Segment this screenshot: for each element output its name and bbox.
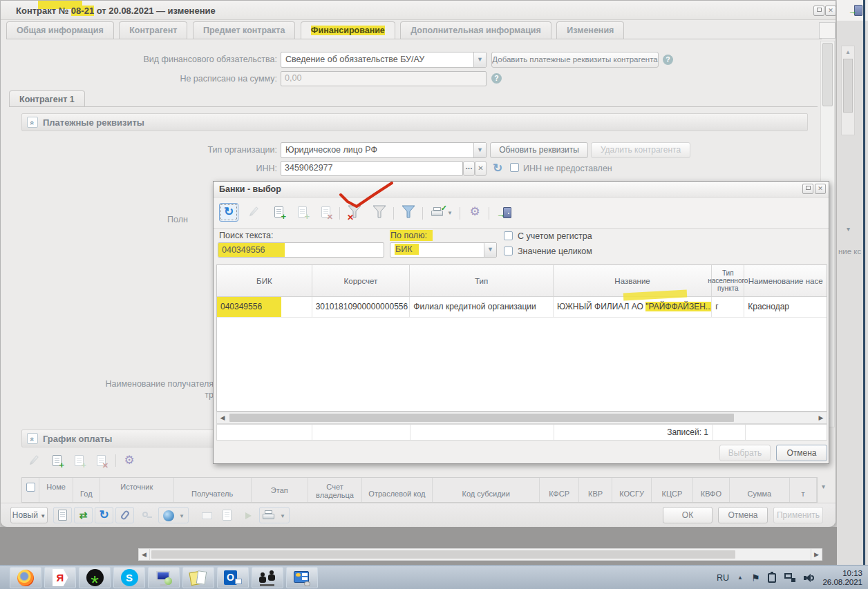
dialog-close-button[interactable]: ✕: [815, 184, 826, 194]
tab-additional[interactable]: Дополнительная информация: [400, 21, 551, 39]
tab-financing[interactable]: Финансирование: [301, 21, 395, 39]
new-button[interactable]: Новый ▼: [10, 507, 48, 523]
whole-value-checkbox[interactable]: [504, 247, 513, 255]
select-column[interactable]: [22, 478, 39, 502]
print-icon[interactable]: ▼: [259, 507, 290, 523]
copy-record-icon[interactable]: +: [70, 452, 89, 470]
hidden-icons-arrow[interactable]: ▲: [737, 574, 743, 581]
inn-lookup-button[interactable]: ...: [463, 161, 475, 176]
scroll-right-arrow[interactable]: ▶: [811, 549, 822, 560]
obligation-type-select[interactable]: Сведение об обязательстве БУ/АУ ▼: [281, 52, 487, 68]
inn-input[interactable]: 3459062977: [281, 161, 463, 176]
chevron-down-icon[interactable]: ▼: [484, 243, 496, 257]
attachment-icon[interactable]: [115, 507, 134, 523]
skype-icon[interactable]: S: [113, 567, 145, 588]
report-icon[interactable]: [218, 507, 236, 523]
action-center-flag-icon[interactable]: ⚑: [751, 572, 760, 583]
refresh-icon[interactable]: ↻: [95, 507, 113, 523]
delete-record-icon[interactable]: ✕: [92, 452, 111, 470]
tab-changes[interactable]: Изменения: [556, 21, 624, 39]
apply-button[interactable]: Применить: [773, 507, 823, 523]
tab-subject[interactable]: Предмет контракта: [193, 21, 295, 39]
refresh-icon[interactable]: ↻: [219, 203, 238, 222]
tab-contractor[interactable]: Контрагент: [119, 21, 187, 39]
language-indicator[interactable]: RU: [717, 573, 729, 583]
outlook-icon[interactable]: O: [217, 567, 249, 588]
bank-row[interactable]: 040349556 30101810900000000556 Филиал кр…: [217, 297, 827, 318]
notes-app-icon[interactable]: [182, 567, 214, 588]
scroll-left-arrow[interactable]: ◀: [217, 412, 228, 423]
dialog-maximize-button[interactable]: [802, 184, 813, 194]
conference-app-icon[interactable]: [252, 567, 283, 588]
help-icon[interactable]: ?: [663, 55, 673, 65]
scrollbar-thumb[interactable]: [822, 43, 833, 106]
column-settlement-type[interactable]: Тип населенного пункта: [712, 265, 744, 296]
edit-icon[interactable]: [26, 452, 45, 470]
add-requisites-button[interactable]: Добавить платежные реквизиты контрагента: [491, 52, 659, 68]
network-icon[interactable]: [784, 573, 795, 582]
inn-not-provided-checkbox[interactable]: [510, 163, 519, 172]
chevron-down-icon[interactable]: ▾: [847, 225, 850, 233]
column-bik[interactable]: БИК: [217, 265, 312, 296]
unallocated-input[interactable]: 0,00: [281, 71, 487, 86]
column-corr[interactable]: Коррсчет: [312, 265, 411, 296]
select-button[interactable]: Выбрать: [719, 445, 771, 461]
volume-icon[interactable]: [804, 573, 814, 583]
search-text-input[interactable]: 040349556: [218, 242, 384, 258]
case-sensitive-checkbox[interactable]: [504, 231, 513, 240]
scroll-right-arrow[interactable]: ▶: [815, 412, 827, 423]
update-requisites-button[interactable]: Обновить реквизиты: [490, 142, 588, 158]
exit-icon[interactable]: →: [494, 203, 513, 222]
settings-icon[interactable]: ⚙: [465, 203, 484, 222]
scrollbar-thumb[interactable]: [229, 414, 734, 422]
tab-general[interactable]: Общая информация: [6, 21, 114, 39]
yandex-browser-icon[interactable]: Я: [44, 567, 76, 588]
dialog-horizontal-scrollbar[interactable]: ◀ ▶: [216, 412, 827, 424]
firefox-icon[interactable]: [10, 567, 41, 588]
clipboard-icon[interactable]: [768, 573, 776, 583]
column-settlement-name[interactable]: Наименование насе: [744, 265, 827, 296]
cancel-button[interactable]: Отмена: [718, 507, 768, 523]
settings-icon[interactable]: ⚙: [120, 452, 139, 470]
close-button[interactable]: ✕: [825, 6, 836, 16]
sync-icon[interactable]: ⇄: [74, 507, 93, 523]
inn-clear-button[interactable]: ✕: [475, 161, 487, 176]
payment-requisites-section[interactable]: « Платежные реквизиты: [21, 113, 808, 131]
document-icon[interactable]: [53, 507, 72, 523]
copy-record-icon[interactable]: +: [292, 203, 312, 222]
select-all-checkbox[interactable]: [26, 483, 35, 492]
column-type[interactable]: Тип: [410, 265, 554, 296]
permissions-icon[interactable]: [136, 507, 155, 523]
mail-icon[interactable]: [197, 507, 216, 523]
background-scrollbar[interactable]: ▲: [841, 46, 855, 135]
dialog-cancel-button[interactable]: Отмена: [776, 445, 827, 461]
delete-contractor-button[interactable]: Удалить контрагента: [591, 142, 690, 158]
scrollbar-thumb[interactable]: [151, 550, 735, 559]
icq-icon[interactable]: *: [79, 567, 111, 588]
org-type-select[interactable]: Юридическое лицо РФ ▼: [281, 142, 487, 158]
clock[interactable]: 10:1326.08.2021: [822, 569, 862, 587]
refresh-icon[interactable]: ↻: [493, 160, 502, 177]
edit-icon[interactable]: [245, 203, 265, 222]
chevron-down-icon[interactable]: ▼: [473, 52, 486, 67]
scroll-left-arrow[interactable]: ◀: [139, 549, 150, 560]
collapse-icon[interactable]: «: [27, 117, 38, 128]
display-settings-icon[interactable]: [286, 567, 318, 588]
web-icon[interactable]: ▼: [158, 507, 189, 523]
add-record-icon[interactable]: +: [269, 203, 288, 222]
search-field-select[interactable]: БИК ▼: [390, 242, 497, 258]
horizontal-scrollbar[interactable]: ◀ ▶: [138, 548, 822, 561]
delete-record-icon[interactable]: ✕: [316, 203, 335, 222]
ok-button[interactable]: ОК: [663, 507, 713, 523]
remote-desktop-icon[interactable]: [148, 567, 180, 588]
send-icon[interactable]: [238, 507, 257, 523]
help-icon[interactable]: ?: [491, 73, 502, 84]
print-check-icon[interactable]: ✓ ▼: [428, 203, 455, 222]
chevron-down-icon[interactable]: ▾: [822, 483, 825, 490]
subtab-contractor-1[interactable]: Контрагент 1: [9, 90, 85, 107]
maximize-button[interactable]: [813, 6, 824, 16]
add-record-icon[interactable]: +: [48, 452, 67, 470]
chevron-down-icon[interactable]: ▼: [473, 143, 486, 157]
column-name[interactable]: Название: [554, 265, 712, 296]
exit-icon[interactable]: →: [848, 2, 865, 19]
